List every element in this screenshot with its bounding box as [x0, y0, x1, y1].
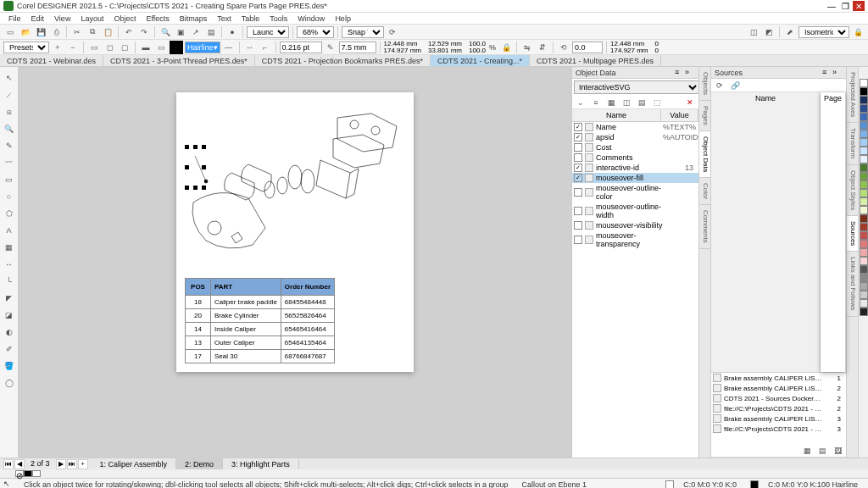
arrow-icon[interactable]: ↔	[243, 41, 257, 54]
object-data-row[interactable]: mouseover-fill	[572, 173, 698, 183]
ellipse-tool-icon[interactable]: ○	[2, 189, 17, 204]
cube2-icon[interactable]: ◩	[762, 25, 776, 39]
swatch[interactable]	[860, 274, 868, 282]
export-icon[interactable]: ↗	[189, 25, 203, 39]
cube-icon[interactable]: ◫	[747, 25, 760, 39]
checkbox-icon[interactable]	[574, 188, 582, 197]
object-data-row[interactable]: mouseover-outline-width	[572, 202, 698, 220]
t4-icon[interactable]: ▬	[139, 41, 153, 54]
swatch[interactable]	[860, 87, 868, 96]
flip-h-icon[interactable]: ⇋	[520, 41, 534, 54]
checkbox-icon[interactable]	[574, 221, 582, 230]
source-row[interactable]: Brake assembly CALIPER LIST.xls3	[711, 413, 846, 424]
od-btn1-icon[interactable]: ⌄	[574, 96, 587, 109]
od-btn6-icon[interactable]: ⬚	[650, 96, 664, 109]
palette-black[interactable]	[24, 470, 32, 477]
source-row[interactable]: file://C:\Projects\CDTS 2021 - Crea...2	[711, 403, 846, 413]
swatch[interactable]	[860, 79, 868, 87]
swatch[interactable]	[860, 172, 868, 180]
docker-tab-links-and-follows[interactable]: Links and Follows	[847, 252, 858, 317]
publish-icon[interactable]: ▤	[204, 25, 218, 39]
new-icon[interactable]: ▭	[3, 25, 17, 39]
doc-tab[interactable]: CDTS 2021 - Webinar.des	[0, 55, 103, 66]
checkbox-icon[interactable]	[574, 143, 582, 152]
src-sheet-icon[interactable]: ▤	[815, 444, 829, 458]
t3-icon[interactable]: ▢	[118, 41, 131, 54]
paste-icon[interactable]: 📋	[101, 25, 114, 39]
menu-effects[interactable]: Effects	[141, 14, 174, 23]
open-icon[interactable]: 📂	[19, 25, 32, 39]
menu-edit[interactable]: Edit	[26, 14, 50, 23]
page-tab[interactable]: 2: Demo	[176, 458, 223, 469]
swatch[interactable]	[860, 299, 868, 308]
outline-width-combo[interactable]: Hairline ▾	[185, 42, 220, 53]
drop-shadow-icon[interactable]: ◪	[2, 308, 17, 323]
freehand-tool-icon[interactable]: ✎	[2, 138, 17, 153]
callout-tool-icon[interactable]: ◤	[2, 291, 17, 306]
src-add-icon[interactable]: ▦	[800, 444, 814, 458]
t5-icon[interactable]: ▭	[154, 41, 168, 54]
src-link-icon[interactable]: 🔗	[728, 79, 742, 92]
swatch[interactable]	[860, 248, 868, 257]
docker-tab-pages[interactable]: Pages	[699, 101, 710, 131]
print-icon[interactable]: ⎙	[49, 25, 63, 39]
docker-tab-sources[interactable]: Sources	[847, 216, 858, 252]
width-input[interactable]	[280, 42, 322, 53]
pick-tool-icon[interactable]: ↖	[2, 70, 17, 86]
outline-tool-icon[interactable]: ◯	[2, 375, 17, 391]
menu-tools[interactable]: Tools	[264, 14, 292, 23]
eyedropper-icon[interactable]: ✐	[2, 341, 17, 357]
presets-combo[interactable]: Presets...	[3, 42, 49, 53]
swatch[interactable]	[860, 147, 868, 155]
lock2-icon[interactable]: 🔒	[499, 41, 513, 54]
docker-tab-objects[interactable]: Objects	[699, 67, 710, 101]
palette-white[interactable]	[32, 470, 41, 477]
swatch[interactable]	[860, 257, 868, 265]
fill-black-icon[interactable]	[170, 41, 183, 54]
lock-icon[interactable]: 🔒	[851, 25, 865, 39]
last-page-icon[interactable]: ⏭	[67, 459, 77, 469]
menu-file[interactable]: File	[3, 14, 26, 23]
swatch[interactable]	[860, 231, 868, 240]
pen-input[interactable]	[339, 42, 376, 53]
swatch[interactable]	[860, 155, 868, 164]
add-preset-icon[interactable]: +	[51, 41, 64, 54]
swatch[interactable]	[860, 291, 868, 299]
od-delete-icon[interactable]: ✕	[683, 96, 697, 109]
source-row[interactable]: Brake assembly CALIPER LIST.xls1	[711, 373, 846, 383]
zoom-tool-icon[interactable]: 🔍	[2, 121, 17, 136]
sources-menu-icon[interactable]: ≡	[822, 68, 832, 78]
checkbox-icon[interactable]	[574, 207, 582, 215]
swatch[interactable]	[860, 189, 868, 197]
doc-tab[interactable]: CDTS 2021 - Projection Bookmarks PRES.de…	[255, 55, 431, 66]
src-refresh-icon[interactable]: ⟳	[713, 79, 726, 92]
menu-object[interactable]: Object	[108, 14, 141, 23]
od-btn3-icon[interactable]: ▦	[604, 96, 618, 109]
table-tool-icon[interactable]: ▦	[2, 240, 17, 255]
source-row[interactable]: CDTS 2021 - Sources Docker PRES....2	[711, 393, 846, 403]
menu-table[interactable]: Table	[236, 14, 265, 23]
checkbox-icon[interactable]	[574, 133, 582, 141]
palette-nocolor[interactable]: ⊘	[15, 470, 24, 477]
panel-menu-icon[interactable]: ≡	[675, 68, 685, 78]
swatch[interactable]	[860, 265, 868, 274]
swatch[interactable]	[860, 214, 868, 223]
swatch[interactable]	[860, 113, 868, 121]
od-btn4-icon[interactable]: ◫	[620, 96, 633, 109]
swatch[interactable]	[860, 197, 868, 206]
object-data-row[interactable]: interactive-id13	[572, 163, 698, 173]
prev-page-icon[interactable]: ◀	[14, 459, 25, 469]
minimize-button[interactable]: —	[826, 1, 837, 11]
swatch[interactable]	[860, 121, 868, 130]
docker-tab-object-data[interactable]: Object Data	[699, 131, 710, 178]
line-style-icon[interactable]: —	[222, 41, 236, 54]
docker-tab-object-styles[interactable]: Object Styles	[847, 165, 858, 216]
rotate-icon[interactable]: ⟲	[557, 41, 570, 54]
checkbox-icon[interactable]	[574, 164, 582, 172]
menu-view[interactable]: View	[49, 14, 75, 23]
docker-tab-projected-axes[interactable]: Projected Axes	[847, 67, 858, 123]
swatch[interactable]	[860, 164, 868, 172]
swatch[interactable]	[860, 130, 868, 138]
source-row[interactable]: file://C:\Projects\CDTS 2021 - Crea...3	[711, 424, 846, 434]
od-btn5-icon[interactable]: ▤	[635, 96, 648, 109]
